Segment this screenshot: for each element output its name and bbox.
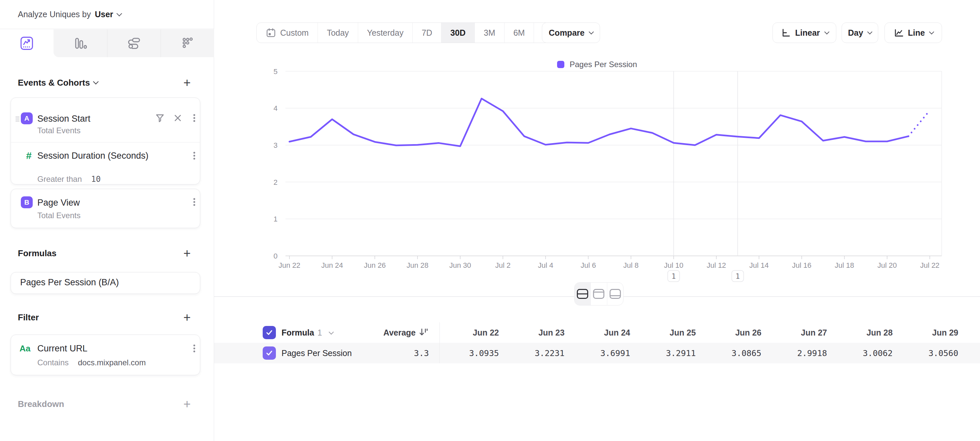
sort-descending-icon	[418, 327, 429, 338]
event-aggregation[interactable]: Total Events	[37, 211, 81, 220]
bar-chart-icon	[73, 36, 88, 51]
scale-dropdown[interactable]: Linear	[773, 22, 836, 43]
kebab-menu-icon[interactable]	[189, 113, 199, 123]
kebab-menu-icon[interactable]	[189, 151, 199, 161]
drag-handle-icon[interactable]	[14, 115, 21, 123]
add-filter-button[interactable]: +	[180, 310, 194, 325]
sidebar: Analyze Uniques by User	[0, 0, 214, 441]
table-date-header[interactable]: Jun 22	[443, 322, 499, 343]
range-yesterday[interactable]: Yesterday	[358, 23, 412, 43]
formulas-heading: Formulas	[18, 246, 57, 261]
layout-chart-focus-button[interactable]	[590, 283, 607, 305]
check-icon	[265, 329, 273, 336]
x-axis-tick-label: Jul 18	[835, 261, 854, 269]
events-cohorts-label: Events & Cohorts	[18, 78, 90, 88]
line-chart-icon	[19, 36, 34, 51]
table-value-cell: 3.0935	[443, 343, 499, 363]
metric-condition[interactable]: Greater than10	[37, 175, 101, 184]
table-date-header[interactable]: Jun 25	[640, 322, 696, 343]
chevron-down-icon	[929, 29, 934, 34]
x-axis-tick-label: Jul 14	[749, 261, 769, 269]
x-axis-tick-label: Jul 8	[623, 261, 638, 269]
layout-table-focus-button[interactable]	[607, 283, 623, 305]
table-date-header[interactable]: Jun 26	[705, 322, 761, 343]
range-custom[interactable]: Custom	[257, 23, 318, 43]
filter-condition[interactable]: Containsdocs.mixpanel.com	[37, 358, 146, 367]
add-breakdown-button[interactable]: +	[180, 397, 194, 411]
y-axis-tick-label: 0	[274, 252, 278, 260]
series-checkbox[interactable]	[262, 347, 276, 360]
filter-value[interactable]: docs.mixpanel.com	[78, 358, 146, 367]
formula-title[interactable]: Pages Per Session (B/A)	[20, 277, 119, 288]
y-axis-tick-label: 3	[274, 141, 278, 150]
event-title[interactable]: Page View	[37, 198, 80, 208]
scale-label: Linear	[795, 28, 820, 38]
range-label: 30D	[450, 28, 466, 38]
x-axis-tick-label: Jul 4	[538, 261, 553, 269]
range-30d[interactable]: 30D	[441, 23, 474, 43]
range-7d[interactable]: 7D	[412, 23, 441, 43]
range-today[interactable]: Today	[318, 23, 358, 43]
x-axis-tick-label: Jun 24	[321, 261, 343, 269]
formulas-label: Formulas	[18, 248, 57, 258]
range-3m[interactable]: 3M	[474, 23, 504, 43]
annotation-badge-count: 1	[671, 272, 676, 280]
events-cohorts-heading[interactable]: Events & Cohorts	[18, 75, 98, 90]
event-card: B Page View Total Events	[11, 189, 200, 228]
select-all-checkbox[interactable]	[262, 326, 276, 339]
add-event-button[interactable]: +	[180, 75, 194, 90]
metric-value[interactable]: 10	[91, 175, 101, 184]
remove-icon[interactable]	[172, 112, 183, 124]
tab-flow[interactable]	[107, 29, 161, 57]
numeric-property-icon: #	[26, 150, 32, 161]
formula-group-dropdown[interactable]: Formula 1	[282, 322, 333, 343]
table-date-header[interactable]: Jun 24	[574, 322, 630, 343]
x-axis-tick-label: Jun 28	[407, 261, 428, 269]
event-title[interactable]: Session Start	[37, 114, 91, 124]
table-value-cell: 3.0062	[837, 343, 893, 363]
add-formula-button[interactable]: +	[180, 246, 194, 261]
table-date-header[interactable]: Jun 29	[902, 322, 958, 343]
x-axis-tick-label: Jul 6	[581, 261, 596, 269]
metric-operator[interactable]: Greater than	[37, 175, 82, 183]
compare-button[interactable]: Compare	[542, 22, 600, 43]
x-axis: Jun 22Jun 24Jun 26Jun 28Jun 30Jul 2Jul 4…	[278, 256, 939, 269]
kebab-menu-icon[interactable]	[189, 197, 199, 207]
table-focus-icon	[609, 288, 622, 299]
chevron-down-icon	[824, 29, 829, 34]
table-date-header[interactable]: Jun 28	[837, 322, 893, 343]
split-view-icon	[576, 288, 589, 299]
kebab-menu-icon[interactable]	[189, 344, 199, 353]
results-table: Formula 1 Average Pages Per Session 3.3 …	[214, 322, 980, 363]
formula-card[interactable]: Pages Per Session (B/A)	[11, 272, 200, 294]
y-axis-tick-label: 1	[274, 215, 278, 223]
filter-icon[interactable]	[154, 112, 165, 124]
event-card-group: A Session Start Total Events # Session D…	[11, 97, 200, 185]
analyze-uniques-value-dropdown[interactable]: User	[95, 10, 113, 19]
grid-dots-icon	[180, 36, 195, 51]
formula-group-name: Formula	[282, 328, 314, 338]
table-value-cell: 3.2231	[509, 343, 565, 363]
chevron-down-icon	[93, 79, 99, 84]
tab-grid-dots[interactable]	[161, 29, 214, 57]
range-6m[interactable]: 6M	[504, 23, 534, 43]
average-value-cell: 3.3	[330, 343, 429, 363]
interval-dropdown[interactable]: Day	[842, 22, 878, 43]
event-aggregation[interactable]: Total Events	[37, 126, 81, 135]
table-date-header[interactable]: Jun 27	[771, 322, 827, 343]
chart-type-dropdown[interactable]: Line	[885, 22, 942, 43]
series-line[interactable]	[290, 99, 908, 146]
layout-split-view-button[interactable]	[574, 283, 590, 305]
x-axis-tick-label: Jul 12	[707, 261, 726, 269]
filter-card: Aa Current URL Containsdocs.mixpanel.com	[11, 334, 200, 375]
table-date-header[interactable]: Jun 23	[509, 322, 565, 343]
tab-bar-chart[interactable]	[54, 29, 107, 57]
x-axis-tick-label: Jun 26	[364, 261, 386, 269]
filter-property-title[interactable]: Current URL	[37, 344, 88, 354]
metric-title[interactable]: Session Duration (Seconds)	[37, 151, 148, 161]
tab-insights-line[interactable]	[0, 29, 54, 57]
filter-heading: Filter	[18, 310, 39, 325]
line-chart[interactable]: 01234511Jun 22Jun 24Jun 26Jun 28Jun 30Ju…	[214, 49, 980, 294]
average-column-header[interactable]: Average	[330, 322, 429, 343]
filter-operator[interactable]: Contains	[37, 358, 69, 367]
